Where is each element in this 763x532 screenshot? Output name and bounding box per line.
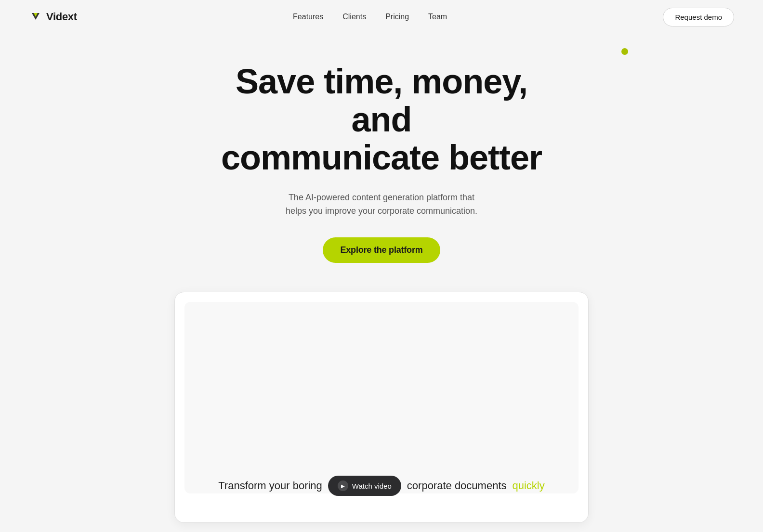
transform-suffix: corporate documents: [407, 480, 507, 492]
nav-item-pricing[interactable]: Pricing: [385, 13, 409, 21]
video-card-wrapper: Transform your boring ▶ Watch video corp…: [0, 282, 763, 532]
nav-link-team[interactable]: Team: [428, 13, 447, 21]
nav-links: Features Clients Pricing Team: [293, 13, 447, 21]
nav-link-pricing[interactable]: Pricing: [385, 13, 409, 21]
watch-video-label: Watch video: [352, 482, 392, 490]
logo-icon: [29, 10, 42, 24]
nav-link-clients[interactable]: Clients: [342, 13, 366, 21]
transform-highlight: quickly: [513, 480, 545, 492]
transform-text: Transform your boring ▶ Watch video corp…: [175, 476, 588, 496]
transform-prefix: Transform your boring: [218, 480, 322, 492]
hero-title: Save time, money, and communicate better: [213, 63, 550, 177]
nav-item-team[interactable]: Team: [428, 13, 447, 21]
nav-link-features[interactable]: Features: [293, 13, 323, 21]
explore-platform-button[interactable]: Explore the platform: [323, 237, 440, 263]
hero-title-line2: communicate better: [221, 138, 542, 177]
video-card-inner: [184, 302, 579, 493]
hero-section: Save time, money, and communicate better…: [0, 34, 763, 282]
nav-item-clients[interactable]: Clients: [342, 13, 366, 21]
hero-title-line1: Save time, money, and: [236, 62, 527, 139]
nav-item-features[interactable]: Features: [293, 13, 323, 21]
logo[interactable]: Vidext: [29, 10, 77, 24]
request-demo-button[interactable]: Request demo: [663, 8, 734, 26]
green-dot-decoration: [621, 48, 628, 55]
play-icon: ▶: [338, 480, 348, 491]
watch-video-button[interactable]: ▶ Watch video: [328, 476, 401, 496]
hero-subtitle: The AI-powered content generation platfo…: [278, 191, 485, 219]
navbar: Vidext Features Clients Pricing Team Req…: [0, 0, 763, 34]
video-card: Transform your boring ▶ Watch video corp…: [174, 292, 589, 523]
logo-text: Vidext: [46, 11, 77, 23]
